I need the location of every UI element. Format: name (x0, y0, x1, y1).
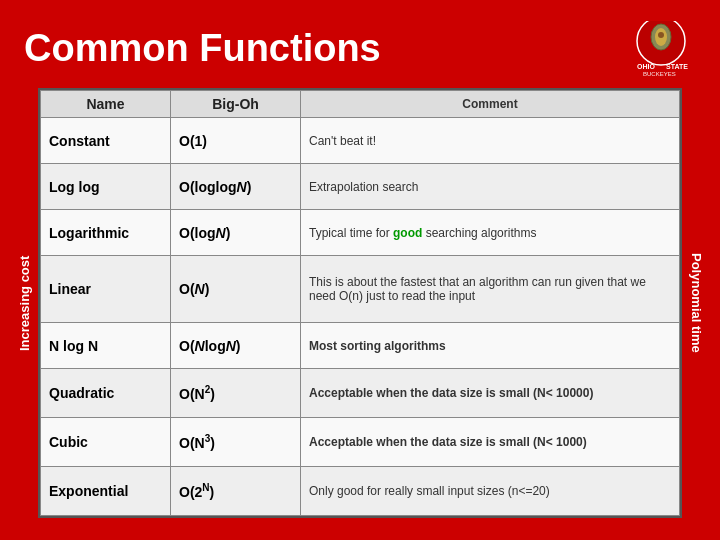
svg-text:OHIO: OHIO (637, 63, 655, 70)
main-content: Increasing cost Name Big-Oh Comment Cons… (10, 88, 710, 518)
header-bigo: Big-Oh (171, 91, 301, 118)
side-label-right: Polynomial time (682, 88, 710, 518)
cell-name: N log N (41, 323, 171, 369)
cell-bigo: O(N3) (171, 418, 301, 467)
cell-bigo: O(1) (171, 118, 301, 164)
header-comment: Comment (301, 91, 680, 118)
cell-bigo: O(N2) (171, 369, 301, 418)
cell-comment: Acceptable when the data size is small (… (301, 418, 680, 467)
header-name: Name (41, 91, 171, 118)
cell-bigo: O(N) (171, 256, 301, 323)
page-title: Common Functions (24, 27, 381, 70)
cell-name: Quadratic (41, 369, 171, 418)
side-label-left: Increasing cost (10, 88, 38, 518)
cell-name: Exponential (41, 467, 171, 516)
cell-name: Cubic (41, 418, 171, 467)
table-row: Log logO(loglogN)Extrapolation search (41, 164, 680, 210)
table-row: CubicO(N3)Acceptable when the data size … (41, 418, 680, 467)
cell-comment: Can't beat it! (301, 118, 680, 164)
header: Common Functions OHIO STATE BUCKEYES (0, 0, 720, 88)
cell-comment: Acceptable when the data size is small (… (301, 369, 680, 418)
cell-name: Logarithmic (41, 210, 171, 256)
table-row: LinearO(N)This is about the fastest that… (41, 256, 680, 323)
table-row: LogarithmicO(logN)Typical time for good … (41, 210, 680, 256)
cell-comment: This is about the fastest that an algori… (301, 256, 680, 323)
table-row: N log NO(NlogN)Most sorting algorithms (41, 323, 680, 369)
cell-bigo: O(NlogN) (171, 323, 301, 369)
cell-bigo: O(2N) (171, 467, 301, 516)
cell-comment: Extrapolation search (301, 164, 680, 210)
cell-name: Constant (41, 118, 171, 164)
cell-comment: Most sorting algorithms (301, 323, 680, 369)
table-header-row: Name Big-Oh Comment (41, 91, 680, 118)
cell-name: Linear (41, 256, 171, 323)
table-row: ConstantO(1)Can't beat it! (41, 118, 680, 164)
table-row: QuadraticO(N2)Acceptable when the data s… (41, 369, 680, 418)
cell-bigo: O(loglogN) (171, 164, 301, 210)
svg-text:STATE: STATE (666, 63, 688, 70)
svg-text:BUCKEYES: BUCKEYES (643, 71, 676, 76)
cell-bigo: O(logN) (171, 210, 301, 256)
table-wrapper: Name Big-Oh Comment ConstantO(1)Can't be… (38, 88, 682, 518)
table-row: ExponentialO(2N)Only good for really sma… (41, 467, 680, 516)
logo-area: OHIO STATE BUCKEYES (606, 18, 696, 78)
cell-name: Log log (41, 164, 171, 210)
svg-point-3 (658, 32, 664, 38)
ohio-state-logo: OHIO STATE BUCKEYES (611, 21, 691, 76)
cell-comment: Typical time for good searching algorith… (301, 210, 680, 256)
cell-comment: Only good for really small input sizes (… (301, 467, 680, 516)
functions-table: Name Big-Oh Comment ConstantO(1)Can't be… (40, 90, 680, 516)
